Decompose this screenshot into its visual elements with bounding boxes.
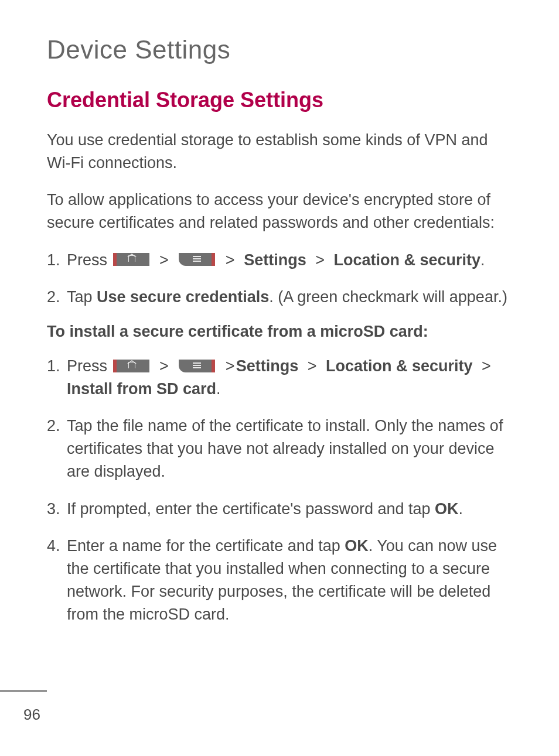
menu-path-location-security: Location & security — [326, 357, 473, 375]
step-b1: 1. Press > >Settings > Location & securi… — [47, 355, 512, 401]
text: . (A green checkmark will appear.) — [269, 288, 507, 306]
text: Press — [67, 251, 112, 269]
step-b2: 2. Tap the file name of the certificate … — [47, 415, 512, 483]
text: Tap — [67, 288, 97, 306]
step-number: 2. — [47, 286, 67, 309]
breadcrumb-separator: > — [159, 355, 169, 378]
text: If prompted, enter the certificate's pas… — [67, 500, 435, 518]
footer-rule — [0, 690, 47, 692]
button-ok: OK — [435, 500, 459, 518]
step-b3: 3. If prompted, enter the certificate's … — [47, 498, 512, 521]
section-heading: Credential Storage Settings — [47, 88, 512, 112]
text: Press — [67, 357, 112, 375]
step-content: Enter a name for the certificate and tap… — [67, 535, 512, 627]
step-b4: 4. Enter a name for the certificate and … — [47, 535, 512, 627]
step-number: 2. — [47, 415, 67, 483]
menu-path-settings: Settings — [244, 251, 306, 269]
breadcrumb-separator: > — [482, 355, 491, 378]
button-ok: OK — [345, 537, 369, 555]
step-content: Tap Use secure credentials. (A green che… — [67, 286, 512, 309]
step-number: 1. — [47, 249, 67, 272]
menu-key-icon — [179, 360, 215, 372]
page-title: Device Settings — [47, 35, 512, 64]
step-content: If prompted, enter the certificate's pas… — [67, 498, 512, 521]
home-key-icon — [113, 360, 149, 372]
text: . — [480, 251, 485, 269]
step-number: 1. — [47, 355, 67, 401]
menu-path-settings: Settings — [236, 357, 299, 375]
home-key-icon — [113, 253, 149, 266]
menu-key-icon — [179, 253, 215, 266]
breadcrumb-separator: > — [315, 249, 325, 272]
option-use-secure-credentials: Use secure credentials — [97, 288, 269, 306]
menu-path-location-security: Location & security — [333, 251, 480, 269]
step-content: Press > > Settings > Location & security… — [67, 249, 512, 272]
text: . — [216, 380, 221, 398]
sub-heading: To install a secure certificate from a m… — [47, 323, 512, 341]
step-a2: 2. Tap Use secure credentials. (A green … — [47, 286, 512, 309]
text: Enter a name for the certificate and tap — [67, 537, 345, 555]
breadcrumb-separator: > — [226, 355, 235, 378]
text: . — [459, 500, 463, 518]
step-a1: 1. Press > > Settings > Location & secur… — [47, 249, 512, 272]
breadcrumb-separator: > — [159, 249, 169, 272]
intro-paragraph-1: You use credential storage to establish … — [47, 129, 512, 175]
breadcrumb-separator: > — [226, 249, 235, 272]
step-number: 3. — [47, 498, 67, 521]
step-number: 4. — [47, 535, 67, 627]
menu-path-install-from-sd: Install from SD card — [67, 380, 216, 398]
breadcrumb-separator: > — [308, 355, 317, 378]
page-number: 96 — [23, 706, 40, 724]
intro-paragraph-2: To allow applications to access your dev… — [47, 189, 512, 234]
step-content: Tap the file name of the certificate to … — [67, 415, 512, 483]
step-content: Press > >Settings > Location & security … — [67, 355, 512, 401]
manual-page: Device Settings Credential Storage Setti… — [0, 0, 559, 756]
